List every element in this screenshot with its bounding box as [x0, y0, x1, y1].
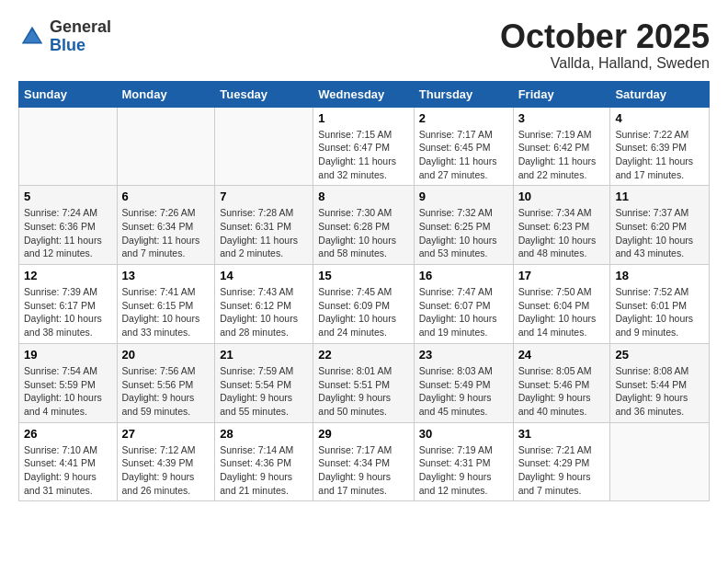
weekday-header-friday: Friday: [513, 81, 610, 107]
day-info: Sunrise: 7:52 AM Sunset: 6:01 PM Dayligh…: [615, 285, 704, 339]
day-info: Sunrise: 8:05 AM Sunset: 5:46 PM Dayligh…: [518, 364, 606, 419]
day-number: 4: [615, 111, 704, 125]
day-number: 27: [122, 427, 210, 441]
day-cell: 30Sunrise: 7:19 AM Sunset: 4:31 PM Dayli…: [414, 422, 513, 501]
weekday-header-tuesday: Tuesday: [215, 81, 313, 107]
logo-blue: Blue: [50, 37, 111, 55]
day-cell: 6Sunrise: 7:26 AM Sunset: 6:34 PM Daylig…: [117, 186, 215, 265]
day-number: 15: [318, 269, 408, 282]
day-cell: 16Sunrise: 7:47 AM Sunset: 6:07 PM Dayli…: [414, 265, 513, 344]
day-cell: [19, 107, 118, 186]
day-info: Sunrise: 7:22 AM Sunset: 6:39 PM Dayligh…: [615, 128, 704, 182]
day-number: 20: [122, 348, 210, 362]
day-info: Sunrise: 7:34 AM Sunset: 6:23 PM Dayligh…: [518, 206, 606, 260]
day-info: Sunrise: 8:03 AM Sunset: 5:49 PM Dayligh…: [419, 364, 508, 419]
day-number: 10: [518, 190, 606, 203]
day-cell: 18Sunrise: 7:52 AM Sunset: 6:01 PM Dayli…: [610, 265, 710, 344]
weekday-header-row: SundayMondayTuesdayWednesdayThursdayFrid…: [19, 81, 710, 107]
day-cell: 3Sunrise: 7:19 AM Sunset: 6:42 PM Daylig…: [513, 107, 610, 186]
day-number: 9: [419, 190, 508, 203]
week-row-3: 12Sunrise: 7:39 AM Sunset: 6:17 PM Dayli…: [19, 265, 710, 344]
day-info: Sunrise: 7:28 AM Sunset: 6:31 PM Dayligh…: [220, 206, 308, 260]
day-info: Sunrise: 7:43 AM Sunset: 6:12 PM Dayligh…: [220, 285, 308, 339]
day-info: Sunrise: 7:59 AM Sunset: 5:54 PM Dayligh…: [220, 364, 308, 419]
day-cell: 25Sunrise: 8:08 AM Sunset: 5:44 PM Dayli…: [610, 343, 710, 422]
logo-general: General: [50, 18, 111, 37]
day-info: Sunrise: 7:39 AM Sunset: 6:17 PM Dayligh…: [24, 285, 112, 339]
month-title: October 2025: [500, 18, 710, 55]
day-info: Sunrise: 7:15 AM Sunset: 6:47 PM Dayligh…: [318, 128, 408, 182]
day-cell: 23Sunrise: 8:03 AM Sunset: 5:49 PM Dayli…: [414, 343, 513, 422]
day-info: Sunrise: 7:24 AM Sunset: 6:36 PM Dayligh…: [24, 206, 112, 260]
day-cell: 14Sunrise: 7:43 AM Sunset: 6:12 PM Dayli…: [215, 265, 313, 344]
week-row-4: 19Sunrise: 7:54 AM Sunset: 5:59 PM Dayli…: [19, 343, 710, 422]
day-number: 6: [122, 190, 210, 203]
day-cell: 26Sunrise: 7:10 AM Sunset: 4:41 PM Dayli…: [19, 422, 118, 501]
logo-text: General Blue: [50, 18, 111, 55]
day-number: 11: [615, 190, 704, 203]
day-cell: 2Sunrise: 7:17 AM Sunset: 6:45 PM Daylig…: [414, 107, 513, 186]
weekday-header-thursday: Thursday: [414, 81, 513, 107]
day-cell: 22Sunrise: 8:01 AM Sunset: 5:51 PM Dayli…: [313, 343, 414, 422]
day-cell: 27Sunrise: 7:12 AM Sunset: 4:39 PM Dayli…: [117, 422, 215, 501]
weekday-header-saturday: Saturday: [610, 81, 710, 107]
day-info: Sunrise: 7:37 AM Sunset: 6:20 PM Dayligh…: [615, 206, 704, 260]
day-info: Sunrise: 7:45 AM Sunset: 6:09 PM Dayligh…: [318, 285, 408, 339]
day-number: 12: [24, 269, 112, 282]
day-number: 31: [518, 427, 606, 441]
day-info: Sunrise: 7:30 AM Sunset: 6:28 PM Dayligh…: [318, 206, 408, 260]
day-info: Sunrise: 7:54 AM Sunset: 5:59 PM Dayligh…: [24, 364, 112, 419]
day-number: 29: [318, 427, 408, 441]
day-info: Sunrise: 8:08 AM Sunset: 5:44 PM Dayligh…: [615, 364, 704, 419]
calendar-table: SundayMondayTuesdayWednesdayThursdayFrid…: [18, 81, 710, 502]
day-number: 8: [318, 190, 408, 203]
day-cell: 31Sunrise: 7:21 AM Sunset: 4:29 PM Dayli…: [513, 422, 610, 501]
day-cell: 21Sunrise: 7:59 AM Sunset: 5:54 PM Dayli…: [215, 343, 313, 422]
day-cell: 1Sunrise: 7:15 AM Sunset: 6:47 PM Daylig…: [313, 107, 414, 186]
week-row-1: 1Sunrise: 7:15 AM Sunset: 6:47 PM Daylig…: [19, 107, 710, 186]
day-cell: 8Sunrise: 7:30 AM Sunset: 6:28 PM Daylig…: [313, 186, 414, 265]
day-info: Sunrise: 7:56 AM Sunset: 5:56 PM Dayligh…: [122, 364, 210, 419]
day-cell: 28Sunrise: 7:14 AM Sunset: 4:36 PM Dayli…: [215, 422, 313, 501]
day-number: 24: [518, 348, 606, 362]
day-number: 26: [24, 427, 112, 441]
day-info: Sunrise: 7:19 AM Sunset: 4:31 PM Dayligh…: [419, 443, 508, 498]
day-cell: 11Sunrise: 7:37 AM Sunset: 6:20 PM Dayli…: [610, 186, 710, 265]
day-cell: 10Sunrise: 7:34 AM Sunset: 6:23 PM Dayli…: [513, 186, 610, 265]
day-cell: [610, 422, 710, 501]
day-info: Sunrise: 8:01 AM Sunset: 5:51 PM Dayligh…: [318, 364, 408, 419]
day-number: 19: [24, 348, 112, 362]
weekday-header-wednesday: Wednesday: [313, 81, 414, 107]
day-number: 18: [615, 269, 704, 282]
day-cell: 13Sunrise: 7:41 AM Sunset: 6:15 PM Dayli…: [117, 265, 215, 344]
day-number: 14: [220, 269, 308, 282]
logo-icon: [18, 23, 46, 51]
day-number: 5: [24, 190, 112, 203]
day-info: Sunrise: 7:47 AM Sunset: 6:07 PM Dayligh…: [419, 285, 508, 339]
day-info: Sunrise: 7:41 AM Sunset: 6:15 PM Dayligh…: [122, 285, 210, 339]
day-cell: 4Sunrise: 7:22 AM Sunset: 6:39 PM Daylig…: [610, 107, 710, 186]
day-cell: 17Sunrise: 7:50 AM Sunset: 6:04 PM Dayli…: [513, 265, 610, 344]
day-cell: 9Sunrise: 7:32 AM Sunset: 6:25 PM Daylig…: [414, 186, 513, 265]
day-number: 1: [318, 111, 408, 125]
location: Vallda, Halland, Sweden: [500, 55, 710, 72]
weekday-header-monday: Monday: [117, 81, 215, 107]
day-number: 17: [518, 269, 606, 282]
week-row-5: 26Sunrise: 7:10 AM Sunset: 4:41 PM Dayli…: [19, 422, 710, 501]
day-cell: 29Sunrise: 7:17 AM Sunset: 4:34 PM Dayli…: [313, 422, 414, 501]
day-info: Sunrise: 7:10 AM Sunset: 4:41 PM Dayligh…: [24, 443, 112, 498]
day-cell: 19Sunrise: 7:54 AM Sunset: 5:59 PM Dayli…: [19, 343, 118, 422]
day-info: Sunrise: 7:50 AM Sunset: 6:04 PM Dayligh…: [518, 285, 606, 339]
day-number: 30: [419, 427, 508, 441]
day-cell: 20Sunrise: 7:56 AM Sunset: 5:56 PM Dayli…: [117, 343, 215, 422]
day-cell: 15Sunrise: 7:45 AM Sunset: 6:09 PM Dayli…: [313, 265, 414, 344]
title-block: October 2025 Vallda, Halland, Sweden: [500, 18, 710, 72]
day-info: Sunrise: 7:17 AM Sunset: 4:34 PM Dayligh…: [318, 443, 408, 498]
day-number: 25: [615, 348, 704, 362]
day-info: Sunrise: 7:21 AM Sunset: 4:29 PM Dayligh…: [518, 443, 606, 498]
day-info: Sunrise: 7:26 AM Sunset: 6:34 PM Dayligh…: [122, 206, 210, 260]
day-number: 22: [318, 348, 408, 362]
day-info: Sunrise: 7:17 AM Sunset: 6:45 PM Dayligh…: [419, 128, 508, 182]
day-cell: 12Sunrise: 7:39 AM Sunset: 6:17 PM Dayli…: [19, 265, 118, 344]
day-info: Sunrise: 7:14 AM Sunset: 4:36 PM Dayligh…: [220, 443, 308, 498]
